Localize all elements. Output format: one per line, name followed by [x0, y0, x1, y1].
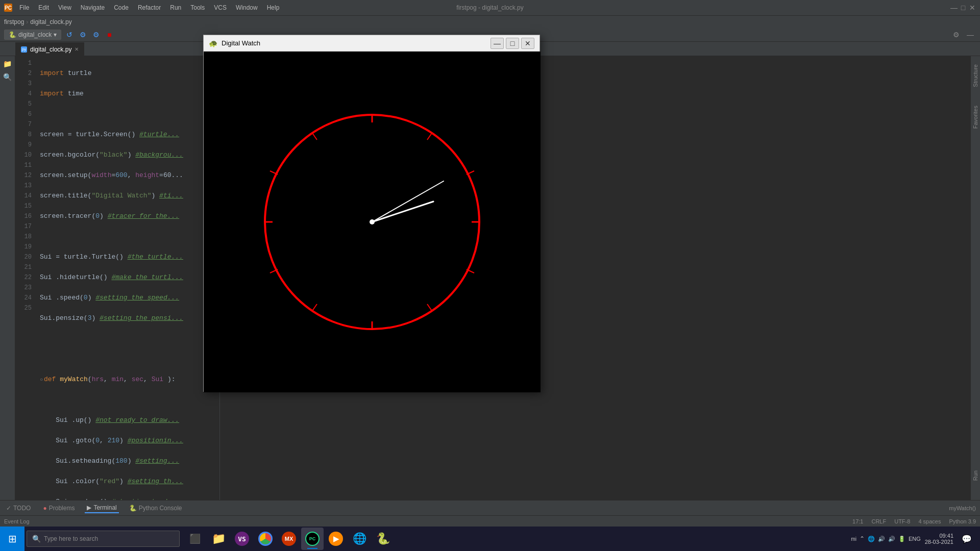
- taskbar-python[interactable]: 🐍: [372, 528, 394, 550]
- run-build-alt-button[interactable]: ⚙: [91, 30, 101, 40]
- menu-help[interactable]: Help: [263, 3, 284, 12]
- vlc-icon: ▶: [329, 532, 343, 546]
- notification-button[interactable]: 💬: [958, 530, 976, 548]
- tab-file-icon: py: [21, 46, 27, 53]
- menu-run[interactable]: Run: [166, 3, 185, 12]
- tray-expand-icon[interactable]: ⌃: [860, 535, 865, 542]
- language-label: ENG: [909, 536, 921, 542]
- taskbar-chrome[interactable]: [254, 528, 277, 550]
- menu-code[interactable]: Code: [110, 3, 133, 12]
- tab-digital-clock[interactable]: py digital_clock.py ✕: [15, 42, 84, 56]
- taskbar-apps: ⬛ 📁 VS MX PC ▶: [184, 528, 394, 550]
- line-ending: CRLF: [871, 518, 886, 524]
- problems-icon: ●: [43, 505, 46, 512]
- settings-icon[interactable]: ⚙: [950, 29, 962, 40]
- taskbar: ⊞ 🔍 Type here to search ⬛ 📁 VS: [0, 527, 980, 551]
- taskbar-pycharm[interactable]: PC: [301, 528, 324, 550]
- mx-player-icon: MX: [282, 532, 296, 546]
- python-console-label: Python Console: [139, 505, 182, 512]
- chrome-icon: [258, 532, 273, 546]
- pycharm-icon: PC: [305, 532, 320, 546]
- watch-minimize-button[interactable]: —: [491, 38, 504, 49]
- watch-close-button[interactable]: ✕: [521, 38, 534, 49]
- taskbar-browser[interactable]: 🌐: [348, 528, 371, 550]
- clock-display[interactable]: 09:41 28-03-2021: [925, 533, 953, 545]
- breadcrumb-project[interactable]: firstpog: [4, 18, 24, 26]
- clock-svg: [260, 110, 484, 334]
- tab-label: digital_clock.py: [30, 46, 71, 53]
- watch-window-controls: — □ ✕: [491, 38, 534, 49]
- favorites-sidebar-tab[interactable]: Favorites: [972, 102, 978, 133]
- network-icon: 🌐: [868, 536, 875, 542]
- taskbar-search[interactable]: 🔍 Type here to search: [27, 531, 180, 547]
- stop-button[interactable]: ■: [104, 30, 114, 40]
- close-button[interactable]: ✕: [969, 4, 976, 11]
- menu-view[interactable]: View: [54, 3, 76, 12]
- terminal-icon: ▶: [87, 504, 91, 511]
- menu-window[interactable]: Window: [232, 3, 262, 12]
- taskbar-task-view[interactable]: ⬛: [184, 528, 206, 550]
- indent-style: 4 spaces: [918, 518, 941, 524]
- mi-icon: mi: [851, 536, 856, 542]
- menu-file[interactable]: File: [15, 3, 33, 12]
- watch-window-title: Digital Watch: [222, 39, 486, 47]
- windows-logo-icon: ⊞: [8, 533, 17, 545]
- tab-close-button[interactable]: ✕: [75, 46, 79, 52]
- code-text[interactable]: import turtle import time screen = turtl…: [36, 56, 219, 500]
- clock-date: 28-03-2021: [925, 539, 953, 545]
- run-sidebar-tab[interactable]: Run: [972, 466, 978, 485]
- terminal-tab[interactable]: ▶ Terminal: [85, 503, 118, 513]
- watch-window-icon: 🐢: [209, 39, 217, 47]
- taskbar-search-text: Type here to search: [44, 535, 98, 542]
- start-button[interactable]: ⊞: [0, 527, 24, 551]
- watch-title-bar: 🐢 Digital Watch — □ ✕: [204, 35, 540, 52]
- taskbar-file-explorer[interactable]: 📁: [207, 528, 230, 550]
- terminal-label: Terminal: [93, 504, 116, 511]
- menu-refactor[interactable]: Refactor: [134, 3, 165, 12]
- minimize-button[interactable]: —: [950, 4, 958, 11]
- collapse-icon[interactable]: —: [965, 29, 976, 40]
- current-function: myWatch(): [949, 505, 976, 511]
- menu-tools[interactable]: Tools: [186, 3, 209, 12]
- run-config-icon: 🐍: [9, 31, 16, 38]
- todo-label: TODO: [13, 505, 31, 512]
- volume-icon: 🔊: [888, 536, 895, 542]
- python-console-icon: 🐍: [129, 505, 137, 512]
- cursor-position: 17:1: [852, 518, 863, 524]
- taskbar-vlc[interactable]: ▶: [325, 528, 347, 550]
- maximize-button[interactable]: □: [960, 4, 967, 11]
- app-logo: PC: [4, 4, 12, 12]
- chevron-down-icon: ▾: [54, 31, 57, 38]
- task-view-icon: ⬛: [189, 533, 201, 544]
- menu-edit[interactable]: Edit: [34, 3, 53, 12]
- ide-container: PC File Edit View Navigate Code Refactor…: [0, 0, 980, 551]
- problems-label: Problems: [49, 505, 75, 512]
- system-tray: mi ⌃ 🌐 🔊 🔊 🔋 ENG: [851, 535, 920, 542]
- breadcrumb-file[interactable]: digital_clock.py: [30, 18, 71, 26]
- clock-time: 09:41: [939, 533, 953, 539]
- watch-maximize-button[interactable]: □: [506, 38, 519, 49]
- digital-watch-window[interactable]: 🐢 Digital Watch — □ ✕: [203, 35, 540, 392]
- code-editor[interactable]: 12345 678910 1112131415 1617181920 21222…: [15, 56, 219, 500]
- run-config-dropdown[interactable]: 🐍 digital_clock ▾: [4, 30, 61, 40]
- structure-sidebar-tab[interactable]: Structure: [972, 60, 978, 91]
- todo-tab[interactable]: ✓ TODO: [4, 504, 33, 513]
- event-log-label[interactable]: Event Log: [4, 518, 30, 524]
- search-sidebar-icon[interactable]: 🔍: [2, 71, 13, 83]
- taskbar-mx-player[interactable]: MX: [278, 528, 300, 550]
- run-config-label: digital_clock: [18, 31, 52, 38]
- project-icon[interactable]: 📁: [2, 58, 13, 69]
- run-refresh-button[interactable]: ↺: [64, 30, 75, 40]
- menu-navigate[interactable]: Navigate: [77, 3, 109, 12]
- breadcrumb: firstpog › digital_clock.py: [0, 15, 980, 28]
- left-sidebar: 📁 🔍: [0, 56, 15, 500]
- svg-point-15: [370, 219, 375, 224]
- problems-tab[interactable]: ● Problems: [41, 504, 77, 513]
- run-build-button[interactable]: ⚙: [78, 30, 88, 40]
- line-numbers: 12345 678910 1112131415 1617181920 21222…: [15, 56, 36, 500]
- python-icon: 🐍: [376, 532, 390, 545]
- window-controls: — □ ✕: [950, 4, 976, 11]
- menu-vcs[interactable]: VCS: [210, 3, 231, 12]
- python-console-tab[interactable]: 🐍 Python Console: [127, 504, 184, 513]
- taskbar-vscode[interactable]: VS: [231, 528, 253, 550]
